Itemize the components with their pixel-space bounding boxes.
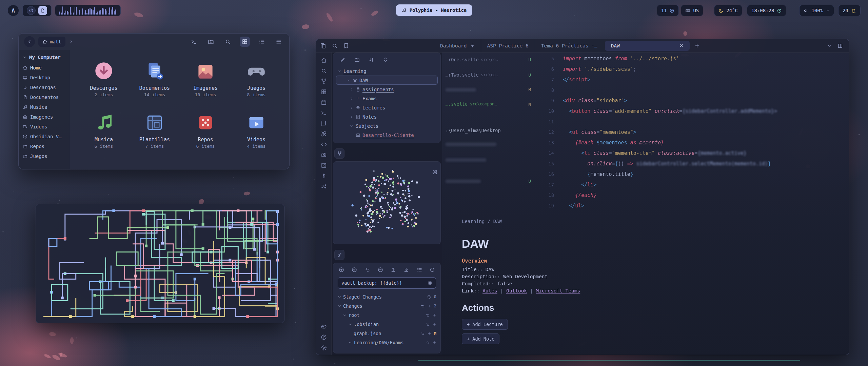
git-item-changes[interactable]: Changes2 — [333, 301, 440, 310]
power-button[interactable] — [27, 6, 36, 15]
help-icon[interactable] — [321, 334, 327, 340]
unstage-all-icon[interactable] — [378, 267, 383, 272]
canvas-icon[interactable] — [321, 89, 327, 95]
clock-module[interactable]: 18:08:28 — [747, 5, 786, 16]
chevron-down-icon[interactable] — [350, 124, 354, 128]
folder-item-videos[interactable]: Videos4 items — [231, 109, 282, 160]
clear-icon[interactable] — [428, 281, 432, 285]
refresh-icon[interactable] — [430, 267, 435, 272]
tree-item-subjects[interactable]: Subjects — [333, 121, 440, 130]
chevron-right-icon[interactable] — [350, 87, 354, 92]
launcher-button[interactable]: Λ — [7, 5, 19, 16]
sidebar-item-musica[interactable]: Musica — [23, 102, 66, 112]
unlink-icon[interactable] — [321, 131, 327, 137]
sort-icon[interactable] — [369, 57, 374, 62]
note-button-add-note[interactable]: + Add Note — [462, 333, 499, 344]
open-terminal-button[interactable] — [189, 37, 199, 47]
notes-button[interactable] — [38, 6, 47, 15]
sidebar-toggle-icon[interactable] — [321, 324, 327, 330]
files-icon[interactable] — [320, 43, 326, 49]
sidebar-item-obsidian-v[interactable]: Obsidian V… — [23, 131, 66, 141]
keyboard-layout-module[interactable]: US — [681, 5, 703, 16]
split-icon[interactable] — [837, 43, 843, 48]
volume-module[interactable]: 100% — [799, 5, 834, 16]
git-item-graph-json[interactable]: graph.jsonM — [333, 329, 440, 338]
plus-icon[interactable] — [432, 322, 436, 326]
close-tab-icon[interactable] — [679, 43, 684, 48]
tab-daw[interactable]: DAW — [605, 41, 690, 51]
discard-icon[interactable] — [365, 267, 370, 272]
graph-pane-tab[interactable] — [334, 148, 344, 159]
git-item-obsidian[interactable]: .obsidian — [333, 320, 440, 329]
menu-button[interactable] — [274, 37, 284, 47]
tab-list-icon[interactable] — [827, 43, 832, 48]
commit-message-input[interactable]: vault backup: {{date}} — [338, 277, 436, 289]
chevron-down-icon[interactable] — [337, 304, 341, 308]
book-icon[interactable] — [321, 120, 327, 126]
chevron-right-icon[interactable] — [350, 106, 354, 110]
push-icon[interactable] — [391, 267, 396, 272]
folder-item-musica[interactable]: Musica6 items — [78, 109, 129, 160]
tree-item-lectures[interactable]: Lectures — [333, 103, 440, 112]
folder-item-repos[interactable]: Repos6 items — [180, 109, 231, 160]
sidebar-item-repos[interactable]: Repos — [23, 141, 66, 151]
now-playing[interactable]: Polyphia - Neurotica — [396, 4, 472, 16]
chevron-down-icon[interactable] — [347, 78, 351, 82]
sidebar-item-descargas[interactable]: Descargas — [23, 82, 66, 92]
search-button[interactable] — [223, 37, 233, 47]
note-button-add-lecture[interactable]: + Add Lecture — [462, 319, 508, 330]
git-pane-tab[interactable] — [334, 250, 344, 260]
graph-icon[interactable] — [321, 78, 327, 84]
plus-icon[interactable] — [427, 331, 431, 336]
tree-item-desarrollo-cliente[interactable]: Desarrollo-Cliente — [333, 130, 440, 140]
tab-dashboard[interactable]: Dashboard — [434, 39, 481, 52]
undo-icon[interactable] — [426, 341, 430, 345]
sidebar-item-home[interactable]: Home — [23, 63, 66, 73]
tree-item-exams[interactable]: Exams — [333, 94, 440, 103]
terminal-icon[interactable] — [321, 110, 327, 116]
sidebar-item-juegos[interactable]: Juegos — [23, 151, 66, 161]
undo-icon[interactable] — [426, 313, 430, 317]
sidebar-item-videos[interactable]: Videos — [23, 122, 66, 131]
git-item-learning-daw-exams[interactable]: Learning/DAW/Exams — [333, 338, 440, 347]
calendar-icon[interactable] — [321, 99, 327, 105]
note-link-outlook[interactable]: Outlook — [506, 288, 527, 293]
folder-item-imagenes[interactable]: Imagenes10 items — [180, 57, 231, 109]
folder-item-plantillas[interactable]: Plantillas7 items — [129, 109, 180, 160]
commit-icon[interactable] — [352, 267, 357, 272]
camera-icon[interactable] — [321, 152, 327, 158]
chevron-right-icon[interactable] — [350, 97, 354, 101]
settings-icon[interactable] — [321, 345, 327, 351]
tab-tema-6-pr-cticas[interactable]: Tema 6 Prácticas -… — [535, 39, 604, 52]
plus-icon[interactable] — [432, 341, 436, 345]
shuffle-icon[interactable] — [321, 183, 327, 189]
minus-icon[interactable] — [427, 295, 431, 299]
workspaces-module[interactable]: 11 — [657, 5, 679, 16]
grid-view-button[interactable] — [240, 37, 250, 47]
change-view-icon[interactable] — [417, 267, 422, 272]
undo-icon[interactable] — [426, 322, 430, 326]
new-note-icon[interactable] — [340, 57, 346, 62]
sidebar-item-imagenes[interactable]: Imagenes — [23, 112, 66, 122]
tree-item-notes[interactable]: Notes — [333, 112, 440, 121]
tree-item-assignments[interactable]: Assignments — [333, 85, 440, 94]
undo-icon[interactable] — [421, 304, 425, 308]
search-icon[interactable] — [332, 43, 338, 49]
dice-icon[interactable] — [321, 162, 327, 168]
breadcrumb[interactable]: matt — [38, 37, 65, 47]
bookmarks-icon[interactable] — [343, 43, 349, 49]
graph-view[interactable] — [333, 162, 440, 243]
note-link-aules[interactable]: Aules — [482, 288, 497, 293]
pull-icon[interactable] — [403, 267, 409, 272]
folder-item-descargas[interactable]: Descargas2 items — [78, 57, 129, 109]
chevron-right-icon[interactable] — [350, 115, 354, 119]
sidebar-section-header[interactable]: My Computer — [23, 55, 66, 60]
chevron-down-icon[interactable] — [343, 313, 347, 317]
expand-icon[interactable] — [432, 174, 437, 179]
search-icon[interactable] — [321, 68, 327, 74]
note-link-microsoft-teams[interactable]: Microsoft Teams — [536, 288, 580, 293]
collapse-all-icon[interactable] — [383, 57, 388, 62]
new-tab-button[interactable] — [694, 43, 700, 48]
weather-module[interactable]: 24°C — [714, 5, 742, 16]
notifications-module[interactable]: 24 — [838, 5, 861, 16]
